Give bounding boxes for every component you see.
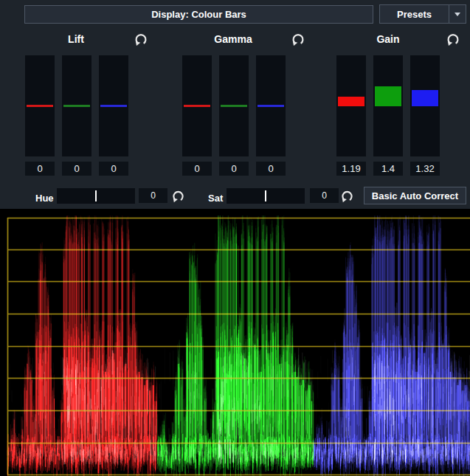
slider-handle[interactable] bbox=[63, 105, 90, 107]
controls-panel: Display: Colour Bars Presets Lift Gamma … bbox=[0, 0, 470, 209]
slider-handle[interactable] bbox=[184, 105, 210, 107]
lift-green-value: 0 bbox=[62, 162, 91, 176]
gamma-green-slider[interactable] bbox=[219, 55, 249, 156]
display-mode-label: Display: Colour Bars bbox=[151, 9, 246, 20]
gamma-reset-button[interactable] bbox=[291, 32, 305, 46]
gain-green-slider[interactable] bbox=[373, 55, 403, 156]
hue-value: 0 bbox=[139, 188, 167, 203]
caret-down-icon bbox=[455, 13, 460, 16]
lift-red-slider[interactable] bbox=[25, 55, 55, 156]
reset-icon bbox=[291, 32, 305, 46]
sat-slider[interactable] bbox=[227, 188, 305, 204]
gain-green-value: 1.4 bbox=[373, 162, 403, 176]
presets-button[interactable]: Presets bbox=[379, 4, 466, 24]
waveform-scope bbox=[0, 209, 470, 476]
lift-blue-slider[interactable] bbox=[99, 55, 128, 156]
lift-reset-button[interactable] bbox=[134, 32, 148, 46]
hue-slider[interactable] bbox=[57, 188, 135, 204]
lift-green-slider[interactable] bbox=[62, 55, 91, 156]
hue-reset-button[interactable] bbox=[171, 188, 186, 203]
slider-handle[interactable] bbox=[221, 105, 247, 107]
sat-label: Sat bbox=[208, 193, 223, 204]
gain-red-value: 1.19 bbox=[336, 162, 366, 176]
lift-title: Lift bbox=[68, 33, 84, 45]
lift-red-value: 0 bbox=[25, 162, 55, 176]
reset-icon bbox=[340, 189, 354, 203]
basic-auto-correct-button[interactable]: Basic Auto Correct bbox=[364, 187, 466, 204]
gain-reset-button[interactable] bbox=[446, 32, 460, 46]
gamma-red-value: 0 bbox=[182, 162, 212, 176]
presets-label: Presets bbox=[380, 9, 449, 20]
gamma-blue-slider[interactable] bbox=[256, 55, 286, 156]
gamma-blue-value: 0 bbox=[256, 162, 286, 176]
gain-title: Gain bbox=[376, 33, 399, 45]
colour-correction-window: Display: Colour Bars Presets Lift Gamma … bbox=[0, 0, 470, 476]
sat-reset-button[interactable] bbox=[340, 188, 355, 203]
presets-dropdown-button[interactable] bbox=[449, 5, 466, 23]
display-mode-button[interactable]: Display: Colour Bars bbox=[24, 5, 373, 24]
lift-blue-value: 0 bbox=[99, 162, 128, 176]
reset-icon bbox=[446, 32, 460, 46]
gamma-red-slider[interactable] bbox=[182, 55, 212, 156]
waveform-canvas bbox=[0, 209, 470, 476]
slider-handle[interactable] bbox=[338, 97, 364, 106]
sat-value: 0 bbox=[310, 188, 339, 203]
reset-icon bbox=[134, 32, 148, 46]
reset-icon bbox=[171, 189, 185, 203]
hue-label: Hue bbox=[35, 193, 54, 204]
slider-handle[interactable] bbox=[100, 105, 127, 107]
slider-handle[interactable] bbox=[27, 105, 53, 107]
gain-red-slider[interactable] bbox=[336, 55, 366, 156]
gamma-title: Gamma bbox=[214, 33, 252, 45]
slider-handle[interactable] bbox=[258, 105, 284, 107]
slider-handle[interactable] bbox=[265, 190, 266, 201]
slider-handle[interactable] bbox=[412, 90, 438, 106]
gamma-green-value: 0 bbox=[219, 162, 249, 176]
gain-blue-slider[interactable] bbox=[410, 55, 440, 156]
slider-handle[interactable] bbox=[95, 190, 97, 201]
basic-auto-correct-label: Basic Auto Correct bbox=[372, 190, 458, 201]
gain-blue-value: 1.32 bbox=[410, 162, 440, 176]
slider-handle[interactable] bbox=[375, 86, 401, 106]
